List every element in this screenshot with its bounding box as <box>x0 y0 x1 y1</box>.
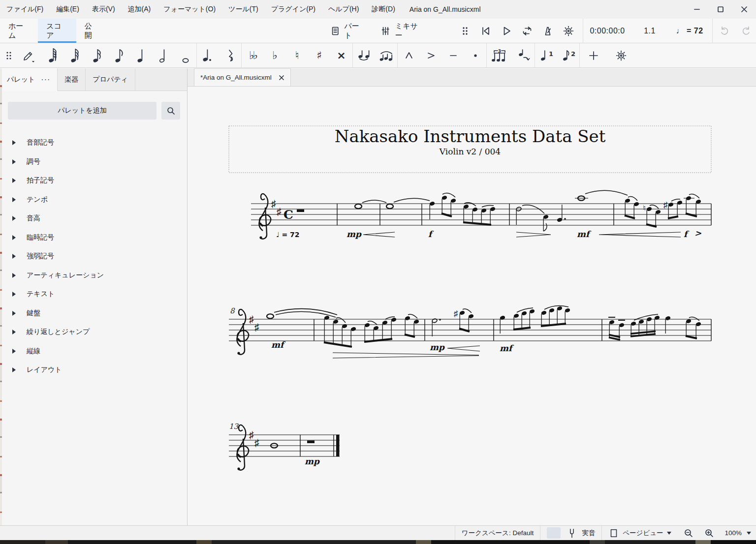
system-1[interactable]: ♯ ♯ C ♩ = 72 mp <box>251 190 711 239</box>
add-button[interactable] <box>580 43 607 67</box>
marcato-button[interactable] <box>398 43 420 67</box>
maximize-button[interactable] <box>709 0 732 19</box>
eighth-note-button[interactable] <box>108 43 130 67</box>
natural-accidental[interactable]: ♮ <box>643 204 646 213</box>
64th-note-button[interactable] <box>41 43 63 67</box>
palettes-more-icon[interactable]: ··· <box>41 75 50 84</box>
double-flat-button[interactable]: ♭♭ <box>242 43 264 67</box>
zoom-level-selector[interactable]: 100% <box>724 529 751 537</box>
document-tab[interactable]: *Aria on G_All.musicxml <box>194 68 291 86</box>
menu-format[interactable]: フォーマット(O) <box>157 0 222 19</box>
sharp-accidental[interactable]: ♯ <box>454 309 458 318</box>
whole-rest[interactable] <box>307 441 315 444</box>
metronome-button[interactable] <box>537 19 558 43</box>
key-sharp[interactable]: ♯ <box>254 437 259 448</box>
key-sharp[interactable]: ♯ <box>271 198 276 209</box>
accent-button[interactable] <box>420 43 442 67</box>
palette-item-barlines[interactable]: 縦線 <box>0 342 187 361</box>
key-sharp[interactable]: ♯ <box>277 206 282 217</box>
treble-clef[interactable] <box>237 309 249 355</box>
tenuto-button[interactable] <box>442 43 464 67</box>
palette-item-key-signatures[interactable]: 調号 <box>0 152 187 172</box>
slur-button[interactable] <box>375 43 397 67</box>
tuplet-button[interactable]: 3 <box>487 43 512 67</box>
note-input-button[interactable] <box>16 43 41 67</box>
dynamic-mf[interactable]: mf <box>500 343 514 353</box>
menu-add[interactable]: 追加(A) <box>122 0 158 19</box>
key-sharp[interactable]: ♯ <box>249 314 254 325</box>
16th-note-button[interactable] <box>86 43 108 67</box>
toolbar-grip[interactable] <box>2 43 16 67</box>
zoom-in-button[interactable] <box>704 528 715 539</box>
tab-instruments[interactable]: 楽器 <box>58 68 86 91</box>
staccato-button[interactable] <box>464 43 486 67</box>
add-palette-button[interactable]: パレットを追加 <box>8 102 157 120</box>
menu-file[interactable]: ファイル(F) <box>0 0 50 19</box>
menu-help[interactable]: ヘルプ(H) <box>322 0 365 19</box>
palette-item-clefs[interactable]: 音部記号 <box>0 133 187 152</box>
dynamic-mf[interactable]: mf <box>271 340 286 350</box>
score-page[interactable]: Nakasako Instruments Data Set Violin v2 … <box>188 87 756 526</box>
palette-item-text[interactable]: テキスト <box>0 285 187 304</box>
treble-clef[interactable] <box>259 194 271 239</box>
playback-grip[interactable] <box>455 19 475 43</box>
voice-2-button[interactable]: 2 <box>557 43 579 67</box>
palette-item-tempo[interactable]: テンポ <box>0 190 187 210</box>
dynamic-mp[interactable]: mp <box>346 229 362 239</box>
dynamic-mp[interactable]: mp <box>430 342 445 352</box>
double-sharp-button[interactable]: × <box>330 43 352 67</box>
rewind-button[interactable] <box>475 19 496 43</box>
palette-item-repeats-jumps[interactable]: 繰り返しとジャンプ <box>0 323 187 342</box>
parts-button[interactable]: パート <box>329 19 365 43</box>
palette-item-articulations[interactable]: アーティキュレーション <box>0 266 187 285</box>
palette-item-keyboard[interactable]: 鍵盤 <box>0 304 187 323</box>
close-button[interactable] <box>732 0 756 19</box>
menu-diagnostics[interactable]: 診断(D) <box>365 0 401 19</box>
system-2[interactable]: 8 ♯ ♯ mf <box>229 305 711 358</box>
half-note-button[interactable] <box>152 43 174 67</box>
mixer-button[interactable]: ミキサー <box>380 19 423 43</box>
tab-publish[interactable]: 公開 <box>76 19 107 43</box>
tie-button[interactable] <box>353 43 375 67</box>
sharp-accidental[interactable]: ♯ <box>663 200 668 210</box>
customize-toolbar-button[interactable] <box>607 43 635 67</box>
tab-home[interactable]: ホーム <box>0 19 38 43</box>
flip-direction-button[interactable] <box>512 43 535 67</box>
32nd-note-button[interactable] <box>63 43 86 67</box>
treble-clef[interactable] <box>237 425 249 470</box>
menu-view[interactable]: 表示(V) <box>86 0 122 19</box>
system-3[interactable]: 13 ♯ ♯ mp <box>229 422 340 470</box>
score-subtitle[interactable]: Violin v2 / 004 <box>439 147 501 156</box>
tab-score[interactable]: スコア <box>38 19 76 43</box>
rest-button[interactable] <box>219 43 241 67</box>
palette-item-time-signatures[interactable]: 拍子記号 <box>0 171 187 190</box>
menu-plugins[interactable]: プラグイン(P) <box>265 0 322 19</box>
palette-item-layout[interactable]: レイアウト <box>0 361 187 380</box>
score-canvas[interactable]: Nakasako Instruments Data Set Violin v2 … <box>188 87 756 525</box>
dynamic-mp[interactable]: mp <box>305 456 320 466</box>
undo-button[interactable] <box>715 19 735 43</box>
quarter-note-button[interactable] <box>130 43 152 67</box>
augmentation-dot-button[interactable] <box>197 43 219 67</box>
voice-1-button[interactable]: 1 <box>535 43 557 67</box>
play-button[interactable] <box>496 19 517 43</box>
palette-search-button[interactable] <box>161 102 180 120</box>
dynamic-mf[interactable]: mf <box>577 229 592 239</box>
flat-button[interactable]: ♭ <box>264 43 286 67</box>
view-mode-selector[interactable]: ページビュー <box>608 527 671 539</box>
tempo-display[interactable]: ♩ = 72 <box>672 19 707 43</box>
palette-item-accidentals[interactable]: 臨時記号 <box>0 228 187 247</box>
tab-palettes[interactable]: パレット ··· <box>0 68 58 91</box>
palette-item-pitch[interactable]: 音高 <box>0 209 187 228</box>
key-sharp[interactable]: ♯ <box>249 429 254 440</box>
tempo-marking[interactable]: ♩ = 72 <box>276 231 300 239</box>
close-tab-icon[interactable] <box>279 75 284 81</box>
menu-tools[interactable]: ツール(T) <box>222 0 265 19</box>
score-title[interactable]: Nakasako Instruments Data Set <box>335 126 606 146</box>
natural-button[interactable]: ♮ <box>286 43 308 67</box>
time-signature[interactable]: C <box>284 208 293 222</box>
whole-rest[interactable] <box>297 210 304 212</box>
menu-edit[interactable]: 編集(E) <box>50 0 86 19</box>
playback-settings-button[interactable] <box>558 19 579 43</box>
palette-item-dynamics[interactable]: 強弱記号 <box>0 247 187 266</box>
